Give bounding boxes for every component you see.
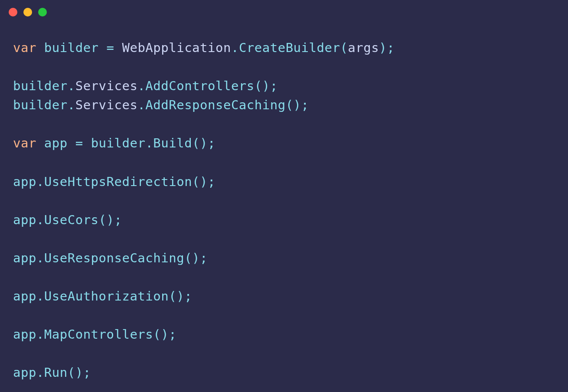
code-token: var: [13, 40, 36, 55]
code-token: .: [36, 212, 44, 227]
code-token: (): [192, 136, 208, 150]
code-token: builder: [13, 78, 68, 93]
code-token: builder: [91, 136, 146, 150]
code-token: WebApplication: [122, 40, 231, 55]
code-token: ;: [169, 327, 176, 342]
code-token: Run: [44, 365, 68, 380]
maximize-icon[interactable]: [38, 8, 47, 16]
code-token: CreateBuilder: [239, 40, 340, 55]
code-token: MapControllers: [44, 327, 153, 342]
code-token: (: [340, 40, 348, 55]
code-token: =: [75, 136, 83, 150]
code-token: .: [137, 78, 145, 93]
code-token: UseResponseCaching: [44, 251, 184, 265]
code-editor[interactable]: var builder = WebApplication.CreateBuild…: [0, 16, 568, 392]
minimize-icon[interactable]: [23, 8, 32, 16]
code-token: .: [36, 251, 44, 265]
code-token: UseAuthorization: [44, 289, 169, 304]
code-token: AddResponseCaching: [145, 98, 285, 112]
code-token: (): [192, 174, 208, 189]
code-token: .: [36, 365, 44, 380]
code-token: Build: [153, 136, 192, 150]
code-token: app: [13, 251, 36, 265]
code-window: var builder = WebApplication.CreateBuild…: [0, 0, 568, 392]
code-token: UseHttpsRedirection: [44, 174, 192, 189]
code-token: ;: [387, 40, 395, 55]
code-token: .: [36, 327, 44, 342]
code-token: ;: [270, 78, 278, 93]
window-titlebar: [0, 0, 568, 16]
code-token: builder: [44, 40, 99, 55]
code-token: ;: [114, 212, 122, 227]
code-token: app: [13, 212, 36, 227]
code-token: app: [13, 174, 36, 189]
code-token: var: [13, 136, 36, 150]
code-token: ): [379, 40, 387, 55]
code-token: .: [68, 78, 75, 93]
code-token: args: [348, 40, 379, 55]
code-token: app: [13, 327, 36, 342]
code-token: (): [255, 78, 270, 93]
code-token: (): [68, 365, 83, 380]
code-token: (): [169, 289, 184, 304]
code-token: .: [137, 98, 145, 112]
code-token: app: [44, 136, 68, 150]
code-token: (): [153, 327, 169, 342]
code-token: ;: [200, 251, 208, 265]
code-token: builder: [13, 98, 68, 112]
code-token: ;: [208, 174, 215, 189]
code-token: app: [13, 289, 36, 304]
code-token: .: [36, 289, 44, 304]
code-token: .: [231, 40, 239, 55]
code-token: (): [286, 98, 301, 112]
code-token: =: [107, 40, 114, 55]
code-token: Services: [75, 78, 138, 93]
code-token: AddControllers: [145, 78, 254, 93]
code-token: .: [145, 136, 153, 150]
code-token: ;: [301, 98, 309, 112]
code-token: app: [13, 365, 36, 380]
code-token: (): [99, 212, 114, 227]
code-token: Services: [75, 98, 138, 112]
code-token: .: [36, 174, 44, 189]
code-token: ;: [83, 365, 91, 380]
code-token: ;: [208, 136, 215, 150]
code-token: ;: [184, 289, 192, 304]
code-token: .: [68, 98, 75, 112]
close-icon[interactable]: [9, 8, 17, 16]
code-token: (): [184, 251, 200, 265]
code-token: UseCors: [44, 212, 99, 227]
